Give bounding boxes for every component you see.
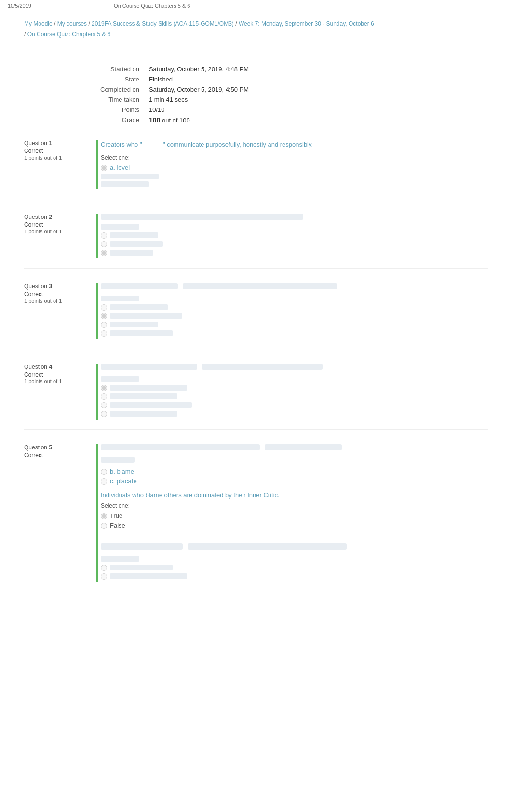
q3-radio-4[interactable] (101, 330, 107, 337)
question-2-meta: Question 2 Correct 1 points out of 1 (24, 214, 96, 258)
state-label: State (96, 74, 145, 84)
question-1-select-label: Select one: (101, 154, 488, 161)
question-4-content (96, 364, 488, 420)
state-value: Finished (145, 74, 253, 84)
question-3-number: 3 (49, 283, 52, 290)
sub-label-true: True (110, 512, 122, 519)
question-5-content: b. blame c. placate Individuals who blam… (96, 444, 488, 582)
sub-radio-true[interactable] (101, 513, 107, 519)
started-on-value: Saturday, October 5, 2019, 4:48 PM (145, 64, 253, 74)
question-5-label: Question 5 (24, 444, 92, 451)
breadcrumb-my-moodle[interactable]: My Moodle (24, 20, 53, 27)
question-5-option-c: c. placate (101, 477, 488, 485)
blurred-option (101, 224, 139, 230)
started-on-label: Started on (96, 64, 145, 74)
top-bar: 10/5/2019 On Course Quiz: Chapters 5 & 6 (0, 0, 512, 12)
sub-option-false: False (101, 522, 488, 529)
blurred-q5-text2 (265, 444, 342, 450)
question-block-3: Question 3 Correct 1 points out of 1 (24, 283, 488, 349)
blurred-extra-section (101, 543, 488, 580)
blurred-option (101, 174, 159, 179)
question-5-meta: Question 5 Correct (24, 444, 96, 582)
blurred-option (110, 322, 158, 327)
grade-label: Grade (96, 115, 145, 125)
question-4-points: 1 points out of 1 (24, 379, 92, 384)
question-5-answer-b: b. blame (110, 468, 134, 475)
q5-radio-c[interactable] (101, 478, 107, 485)
question-2-number: 2 (49, 214, 52, 220)
q3-radio-1[interactable] (101, 304, 107, 311)
breadcrumb-course[interactable]: 2019FA Success & Study Skills (ACA-115-G… (92, 20, 234, 27)
q2-radio-2[interactable] (101, 241, 107, 247)
question-2-content (96, 214, 488, 258)
date-display: 10/5/2019 (8, 3, 31, 9)
points-label: Points (96, 105, 145, 115)
q5-radio-b[interactable] (101, 469, 107, 475)
question-3-meta: Question 3 Correct 1 points out of 1 (24, 283, 96, 339)
question-1-number: 1 (49, 140, 52, 147)
question-1-status: Correct (24, 148, 92, 154)
questions-area: Question 1 Correct 1 points out of 1 Cre… (0, 135, 512, 621)
question-1-content: Creators who "______" communicate purpos… (96, 140, 488, 189)
q4-radio-1[interactable] (101, 385, 107, 391)
question-block-2: Question 2 Correct 1 points out of 1 (24, 214, 488, 269)
sub-question-text: Individuals who blame others are dominat… (101, 491, 488, 499)
page-title-topbar: On Course Quiz: Chapters 5 & 6 (114, 3, 190, 9)
q4-radio-2[interactable] (101, 393, 107, 400)
q2-radio-1[interactable] (101, 232, 107, 239)
blurred-q4-text2 (202, 364, 323, 370)
question-5-status: Correct (24, 452, 92, 459)
q3-radio-2[interactable] (101, 313, 107, 319)
blurred-q3-text1 (101, 283, 178, 289)
question-5-option-b: b. blame (101, 468, 488, 475)
blurred-q4-text1 (101, 364, 197, 370)
question-5-sub: Individuals who blame others are dominat… (101, 491, 488, 529)
question-5-number: 5 (49, 444, 52, 451)
question-2-label: Question 2 (24, 214, 92, 220)
time-taken-value: 1 min 41 secs (145, 95, 253, 105)
blurred-q2-text (101, 214, 303, 220)
q2-radio-3[interactable] (101, 250, 107, 256)
question-block-4: Question 4 Correct 1 points out of 1 (24, 364, 488, 430)
time-taken-label: Time taken (96, 95, 145, 105)
blurred-option (101, 296, 139, 301)
blurred-option (110, 411, 177, 417)
breadcrumb-quiz[interactable]: On Course Quiz: Chapters 5 & 6 (27, 31, 111, 38)
completed-on-label: Completed on (96, 84, 145, 95)
question-1-answer-a: a. level (101, 164, 488, 171)
question-block-5: Question 5 Correct b. blame c. placate (24, 444, 488, 592)
breadcrumb-my-courses[interactable]: My courses (57, 20, 87, 27)
question-1-option-a: a. level (110, 164, 130, 171)
q4-radio-3[interactable] (101, 402, 107, 408)
grade-value: 100 out of 100 (145, 115, 253, 125)
question-4-label: Question 4 (24, 364, 92, 370)
question-3-content (96, 283, 488, 339)
question-4-number: 4 (49, 364, 52, 370)
blurred-option (110, 385, 187, 391)
question-1-text: Creators who "______" communicate purpos… (101, 140, 488, 149)
blurred-option (110, 313, 182, 319)
question-2-status: Correct (24, 221, 92, 228)
blurred-option (110, 241, 163, 247)
sub-select-label: Select one: (101, 502, 488, 509)
question-4-meta: Question 4 Correct 1 points out of 1 (24, 364, 96, 420)
blurred-option (110, 232, 158, 238)
question-3-status: Correct (24, 291, 92, 298)
question-4-status: Correct (24, 371, 92, 378)
sub-radio-false[interactable] (101, 523, 107, 529)
blurred-option (110, 393, 177, 399)
q3-radio-3[interactable] (101, 322, 107, 328)
question-2-points: 1 points out of 1 (24, 229, 92, 234)
blurred-option (101, 181, 149, 187)
q4-radio-4[interactable] (101, 411, 107, 417)
sub-option-true: True (101, 512, 488, 519)
question-block-1: Question 1 Correct 1 points out of 1 Cre… (24, 140, 488, 199)
blurred-option (110, 402, 192, 408)
breadcrumb-week7[interactable]: Week 7: Monday, September 30 - Sunday, O… (239, 20, 374, 27)
question-1-label: Question 1 (24, 140, 92, 147)
sub-label-false: False (110, 522, 125, 529)
summary-table: Started on Saturday, October 5, 2019, 4:… (96, 64, 253, 125)
question-1-radio-a[interactable] (101, 165, 107, 171)
blurred-q5-opt1 (101, 457, 135, 463)
question-1-meta: Question 1 Correct 1 points out of 1 (24, 140, 96, 189)
